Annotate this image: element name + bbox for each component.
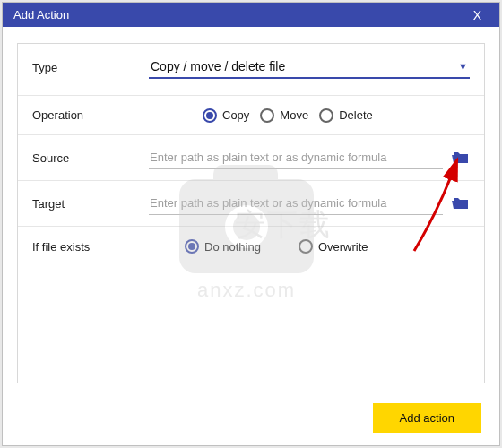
- target-label: Target: [32, 197, 149, 211]
- if-exists-label: If file exists: [32, 240, 149, 254]
- type-row: Type Copy / move / delete file ▼: [18, 44, 484, 96]
- form-panel: Type Copy / move / delete file ▼ Operati…: [17, 43, 485, 383]
- radio-label-overwrite: Overwrite: [318, 240, 368, 254]
- radio-icon: [185, 239, 199, 254]
- folder-icon: [452, 151, 470, 165]
- radio-label-copy: Copy: [222, 108, 249, 122]
- if-exists-row: If file exists Do nothing Overwrite: [18, 227, 484, 266]
- dialog-footer: Add action: [3, 392, 499, 445]
- source-input[interactable]: Enter path as plain text or as dynamic f…: [149, 146, 443, 169]
- operation-row: Operation Copy Move Delete: [18, 96, 484, 135]
- dialog-body: Type Copy / move / delete file ▼ Operati…: [3, 27, 499, 392]
- titlebar: Add Action X: [3, 3, 499, 27]
- radio-icon: [319, 108, 333, 123]
- target-input[interactable]: Enter path as plain text or as dynamic f…: [149, 192, 443, 215]
- target-row: Target Enter path as plain text or as dy…: [18, 181, 484, 227]
- operation-radio-copy[interactable]: Copy: [203, 108, 249, 123]
- operation-radio-delete[interactable]: Delete: [319, 108, 373, 123]
- dialog-title: Add Action: [13, 8, 69, 22]
- target-browse-button[interactable]: [452, 196, 470, 211]
- type-label: Type: [32, 61, 149, 74]
- source-row: Source Enter path as plain text or as dy…: [18, 135, 484, 181]
- operation-radio-group: Copy Move Delete: [203, 108, 373, 123]
- type-select[interactable]: Copy / move / delete file ▼: [149, 56, 470, 79]
- radio-label-do-nothing: Do nothing: [204, 240, 261, 254]
- source-label: Source: [32, 151, 149, 165]
- operation-radio-move[interactable]: Move: [260, 108, 308, 123]
- source-browse-button[interactable]: [452, 151, 470, 165]
- radio-icon: [260, 108, 274, 123]
- if-exists-radio-group: Do nothing Overwrite: [185, 239, 368, 254]
- radio-label-move: Move: [280, 108, 308, 122]
- operation-label: Operation: [32, 108, 149, 122]
- source-placeholder: Enter path as plain text or as dynamic f…: [150, 151, 386, 164]
- folder-icon: [452, 196, 470, 211]
- type-selected-value: Copy / move / delete file: [151, 59, 285, 73]
- if-exists-radio-do-nothing[interactable]: Do nothing: [185, 239, 261, 254]
- add-action-button[interactable]: Add action: [373, 403, 481, 433]
- if-exists-radio-overwrite[interactable]: Overwrite: [299, 239, 368, 254]
- target-placeholder: Enter path as plain text or as dynamic f…: [150, 196, 386, 210]
- radio-icon: [203, 108, 217, 123]
- add-action-dialog: Add Action X Type Copy / move / delete f…: [2, 2, 500, 446]
- radio-icon: [299, 239, 313, 254]
- close-button[interactable]: X: [466, 4, 489, 26]
- chevron-down-icon: ▼: [458, 61, 468, 72]
- radio-label-delete: Delete: [339, 108, 373, 122]
